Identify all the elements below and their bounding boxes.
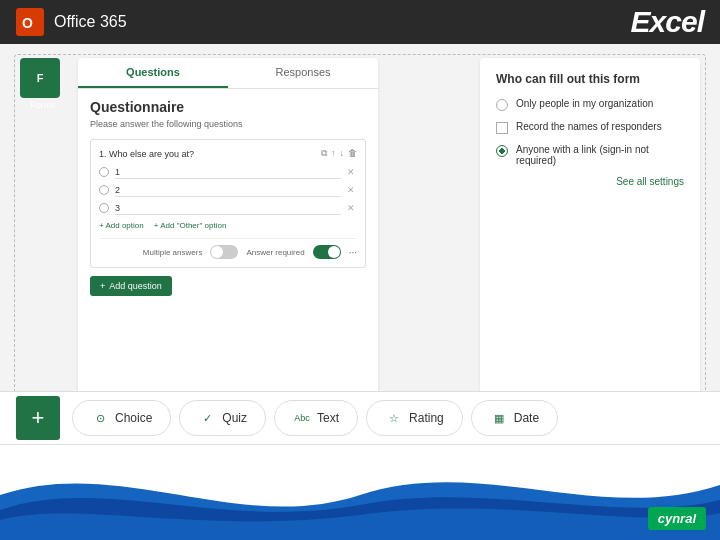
- rating-label: Rating: [409, 411, 444, 425]
- radio-btn-anyone[interactable]: [496, 145, 508, 157]
- main-content: F Forms Questions Responses Questionnair…: [0, 44, 720, 440]
- radio-circle-1: [99, 167, 109, 177]
- header-excel-title: Excel: [631, 5, 704, 39]
- add-option-link[interactable]: Add option: [99, 221, 144, 230]
- footer-area: [0, 445, 720, 540]
- question-header: 1. Who else are you at? ⧉ ↑ ↓ 🗑: [99, 148, 357, 159]
- forms-sidebar: F Forms: [20, 58, 66, 426]
- toolbar-item-choice[interactable]: ⊙ Choice: [72, 400, 171, 436]
- toolbar-item-text[interactable]: Abc Text: [274, 400, 358, 436]
- multiple-answers-label: Multiple answers: [143, 248, 203, 257]
- setting-text-record: Record the names of responders: [516, 121, 662, 132]
- tab-questions[interactable]: Questions: [78, 58, 228, 88]
- settings-title: Who can fill out this form: [496, 72, 684, 86]
- question-footer: Multiple answers Answer required ···: [99, 238, 357, 259]
- option-row-2: ✕: [99, 183, 357, 197]
- toolbar-item-rating[interactable]: ☆ Rating: [366, 400, 463, 436]
- question-label: 1. Who else are you at?: [99, 149, 194, 159]
- header-office-title: Office 365: [54, 13, 127, 31]
- bottom-toolbar: + ⊙ Choice ✓ Quiz Abc Text ☆ Rating ▦ Da…: [0, 391, 720, 445]
- answer-required-toggle[interactable]: [313, 245, 341, 259]
- toggle-knob: [211, 246, 223, 258]
- option-row-1: ✕: [99, 165, 357, 179]
- option-input-1[interactable]: [115, 165, 341, 179]
- text-label: Text: [317, 411, 339, 425]
- forms-icon: F: [37, 72, 44, 84]
- toolbar-items: ⊙ Choice ✓ Quiz Abc Text ☆ Rating ▦ Date: [68, 400, 704, 436]
- add-question-plus-icon: +: [100, 281, 105, 291]
- answer-required-label: Answer required: [246, 248, 304, 257]
- card-body: Questionnaire Please answer the followin…: [78, 89, 378, 306]
- add-options: Add option Add "Other" option: [99, 221, 357, 230]
- forms-icon-box[interactable]: F: [20, 58, 60, 98]
- move-down-icon[interactable]: ↓: [340, 148, 345, 159]
- toolbar-item-date[interactable]: ▦ Date: [471, 400, 558, 436]
- add-question-button[interactable]: + Add question: [90, 276, 172, 296]
- checkbox-btn-record[interactable]: [496, 122, 508, 134]
- multiple-answers-toggle[interactable]: [210, 245, 238, 259]
- wave-graphic: [0, 445, 720, 540]
- radio-btn-org[interactable]: [496, 99, 508, 111]
- more-options-icon[interactable]: ···: [349, 247, 357, 258]
- forms-label: Forms: [20, 100, 66, 110]
- quiz-icon: ✓: [198, 409, 216, 427]
- setting-option-3: Anyone with a link (sign-in not required…: [496, 144, 684, 166]
- date-icon: ▦: [490, 409, 508, 427]
- setting-option-2: Record the names of responders: [496, 121, 684, 134]
- cynral-label: cynral: [658, 511, 696, 526]
- copy-icon[interactable]: ⧉: [321, 148, 327, 159]
- rating-icon: ☆: [385, 409, 403, 427]
- card-tabs: Questions Responses: [78, 58, 378, 89]
- header-left: O Office 365: [16, 8, 127, 36]
- settings-panel: Who can fill out this form Only people i…: [480, 58, 700, 426]
- delete-option-2-icon[interactable]: ✕: [347, 185, 357, 195]
- delete-option-1-icon[interactable]: ✕: [347, 167, 357, 177]
- choice-icon: ⊙: [91, 409, 109, 427]
- card-subtitle: Please answer the following questions: [90, 119, 366, 129]
- text-icon: Abc: [293, 409, 311, 427]
- toolbar-item-quiz[interactable]: ✓ Quiz: [179, 400, 266, 436]
- setting-option-1: Only people in my organization: [496, 98, 684, 111]
- setting-text-anyone: Anyone with a link (sign-in not required…: [516, 144, 684, 166]
- delete-option-3-icon[interactable]: ✕: [347, 203, 357, 213]
- header: O Office 365 Excel: [0, 0, 720, 44]
- quiz-label: Quiz: [222, 411, 247, 425]
- radio-circle-2: [99, 185, 109, 195]
- forms-panel: F Forms Questions Responses Questionnair…: [20, 58, 460, 426]
- svg-text:O: O: [22, 15, 33, 31]
- add-button[interactable]: +: [16, 396, 60, 440]
- question-box: 1. Who else are you at? ⧉ ↑ ↓ 🗑 ✕: [90, 139, 366, 268]
- radio-circle-3: [99, 203, 109, 213]
- add-icon: +: [32, 407, 45, 429]
- option-row-3: ✕: [99, 201, 357, 215]
- questionnaire-card: Questions Responses Questionnaire Please…: [78, 58, 378, 426]
- date-label: Date: [514, 411, 539, 425]
- cynral-logo: cynral: [648, 507, 706, 530]
- tab-responses[interactable]: Responses: [228, 58, 378, 88]
- option-input-2[interactable]: [115, 183, 341, 197]
- setting-text-org: Only people in my organization: [516, 98, 653, 109]
- choice-label: Choice: [115, 411, 152, 425]
- card-title: Questionnaire: [90, 99, 366, 115]
- see-all-settings-link[interactable]: See all settings: [496, 176, 684, 187]
- question-actions: ⧉ ↑ ↓ 🗑: [321, 148, 357, 159]
- add-other-link[interactable]: Add "Other" option: [154, 221, 227, 230]
- add-question-label: Add question: [109, 281, 162, 291]
- answer-required-toggle-knob: [328, 246, 340, 258]
- move-up-icon[interactable]: ↑: [331, 148, 336, 159]
- option-input-3[interactable]: [115, 201, 341, 215]
- office-logo-icon: O: [16, 8, 44, 36]
- delete-question-icon[interactable]: 🗑: [348, 148, 357, 159]
